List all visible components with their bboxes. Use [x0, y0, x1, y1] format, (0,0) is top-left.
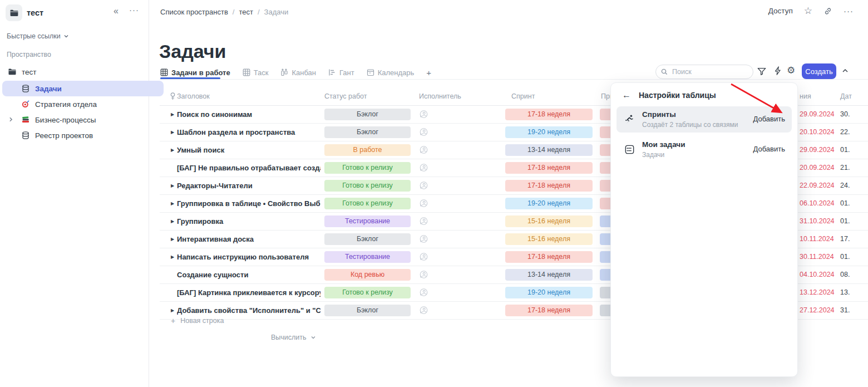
sidebar-item-business[interactable]: Бизнес-процессы	[2, 112, 164, 128]
sprint-badge[interactable]: 17-18 неделя	[505, 305, 593, 316]
link-icon[interactable]	[823, 7, 832, 16]
create-button[interactable]: Создать	[802, 63, 836, 79]
breadcrumb-current: Задачи	[264, 8, 289, 16]
status-badge[interactable]: Готово к релизу	[324, 287, 411, 298]
workspace-menu-icon[interactable]: ···	[129, 5, 139, 14]
date2-value: 22.	[840, 124, 850, 141]
status-badge[interactable]: В работе	[324, 144, 411, 156]
date-end-value: 27.12.2024	[800, 302, 835, 319]
date-end-value: 20.09.2024	[800, 159, 835, 177]
quick-links-toggle[interactable]: Быстрые ссылки	[7, 32, 69, 40]
add-assignee-icon[interactable]	[419, 234, 428, 244]
folder-icon	[9, 8, 19, 18]
add-assignee-icon[interactable]	[419, 270, 428, 280]
tab-task[interactable]: Таск	[243, 68, 269, 77]
search-input[interactable]	[671, 67, 746, 76]
sidebar-collapse-icon[interactable]: «	[114, 6, 119, 16]
sidebar-item-space[interactable]: тест	[2, 64, 150, 80]
star-icon[interactable]: ☆	[804, 6, 812, 16]
status-badge[interactable]: Бэклог	[324, 305, 411, 316]
more-icon[interactable]: ···	[844, 6, 854, 16]
status-badge[interactable]: Тестирование	[324, 251, 411, 263]
col-header-date-end[interactable]: ния	[800, 92, 811, 100]
status-badge[interactable]: Готово к релизу	[324, 180, 411, 192]
status-badge[interactable]: Тестирование	[324, 215, 411, 227]
back-arrow-icon[interactable]: ←	[622, 91, 631, 100]
add-view-button[interactable]: +	[426, 68, 431, 77]
add-assignee-icon[interactable]	[419, 110, 428, 119]
chevron-right-icon[interactable]	[8, 116, 14, 123]
space-section-label: Пространство	[7, 51, 51, 58]
add-sprints-button[interactable]: Добавить	[753, 115, 785, 123]
expand-caret-icon[interactable]: ▶	[171, 141, 174, 159]
search-box[interactable]	[655, 65, 753, 79]
add-assignee-icon[interactable]	[419, 288, 428, 297]
col-header-assignee[interactable]: Исполнитель	[419, 92, 461, 100]
status-badge[interactable]: Готово к релизу	[324, 198, 411, 209]
new-row-label: Новая строка	[180, 317, 224, 325]
status-badge[interactable]: Бэклог	[324, 109, 411, 120]
sidebar-item-registry[interactable]: Реестр проектов	[2, 128, 164, 143]
popup-item-sprints[interactable]: Спринты Создаёт 2 таблицы со связями Доб…	[617, 106, 792, 133]
sprint-badge[interactable]: 13-14 неделя	[505, 269, 593, 281]
sprint-badge[interactable]: 17-18 неделя	[505, 251, 593, 263]
breadcrumb-space[interactable]: тест	[239, 8, 253, 16]
tab-tasks-in-progress[interactable]: Задачи в работе	[160, 68, 230, 77]
gear-icon[interactable]: ⚙	[787, 66, 795, 75]
sprint-badge[interactable]: 19-20 неделя	[505, 126, 593, 138]
col-header-status[interactable]: Статус работ	[324, 92, 367, 100]
tab-kanban[interactable]: Канбан	[280, 68, 316, 77]
calendar-view-icon	[367, 68, 374, 76]
filter-icon[interactable]	[757, 66, 767, 76]
add-assignee-icon[interactable]	[419, 163, 428, 173]
page-title: Задачи	[159, 41, 226, 62]
sprint-badge[interactable]: 13-14 неделя	[505, 144, 593, 156]
expand-caret-icon[interactable]: ▶	[171, 248, 174, 266]
access-button[interactable]: Доступ	[768, 7, 793, 15]
col-header-date2[interactable]: Дат	[840, 92, 852, 100]
popup-item-my-tasks[interactable]: Мои задачи Задачи Добавить	[617, 136, 792, 163]
add-assignee-icon[interactable]	[419, 252, 428, 262]
breadcrumb-spaces[interactable]: Список пространств	[160, 8, 228, 16]
sprint-badge[interactable]: 15-16 неделя	[505, 215, 593, 227]
add-my-tasks-button[interactable]: Добавить	[753, 145, 785, 153]
status-badge[interactable]: Бэклог	[324, 233, 411, 245]
date-end-value: 29.09.2024	[800, 141, 835, 159]
tab-gantt[interactable]: Гант	[328, 68, 354, 77]
tab-calendar[interactable]: Календарь	[367, 68, 415, 77]
new-row-button[interactable]: + Новая строка	[171, 316, 224, 325]
sprint-badge[interactable]: 19-20 неделя	[505, 287, 593, 298]
sprint-badge[interactable]: 15-16 неделя	[505, 233, 593, 245]
col-header-sprint[interactable]: Спринт	[511, 92, 535, 100]
table-settings-popup: ← Настройки таблицы Спринты Создаёт 2 та…	[610, 82, 798, 377]
task-title: Написать инструкцию пользователя	[177, 248, 320, 266]
breadcrumb-separator: /	[258, 8, 260, 16]
expand-caret-icon[interactable]: ▶	[171, 106, 174, 123]
add-assignee-icon[interactable]	[419, 181, 428, 190]
add-assignee-icon[interactable]	[419, 199, 428, 208]
add-assignee-icon[interactable]	[419, 306, 428, 315]
sprint-badge[interactable]: 19-20 неделя	[505, 198, 593, 209]
add-assignee-icon[interactable]	[419, 145, 428, 155]
workspace-avatar[interactable]	[6, 4, 22, 21]
sprint-badge[interactable]: 17-18 неделя	[505, 162, 593, 174]
status-badge[interactable]: Бэклог	[324, 126, 411, 138]
expand-caret-icon[interactable]: ▶	[171, 231, 174, 248]
expand-caret-icon[interactable]: ▶	[171, 195, 174, 212]
expand-caret-icon[interactable]: ▶	[171, 124, 174, 141]
expand-caret-icon[interactable]: ▶	[171, 177, 174, 194]
sprint-badge[interactable]: 17-18 неделя	[505, 180, 593, 192]
status-badge[interactable]: Готово к релизу	[324, 162, 411, 174]
chevron-up-icon[interactable]	[841, 67, 849, 74]
automation-bolt-icon[interactable]	[773, 66, 783, 76]
add-assignee-icon[interactable]	[419, 217, 428, 226]
calculate-button[interactable]: Вычислить	[271, 334, 316, 341]
sidebar-item-label: Бизнес-процессы	[35, 116, 96, 124]
col-header-title[interactable]: Заголовок	[177, 92, 210, 100]
sidebar-item-tasks[interactable]: Задачи	[2, 81, 164, 96]
add-assignee-icon[interactable]	[419, 128, 428, 137]
expand-caret-icon[interactable]: ▶	[171, 213, 174, 230]
sprint-badge[interactable]: 17-18 неделя	[505, 109, 593, 120]
status-badge[interactable]: Код ревью	[324, 269, 411, 281]
sidebar-item-strategy[interactable]: Стратегия отдела	[2, 96, 164, 112]
